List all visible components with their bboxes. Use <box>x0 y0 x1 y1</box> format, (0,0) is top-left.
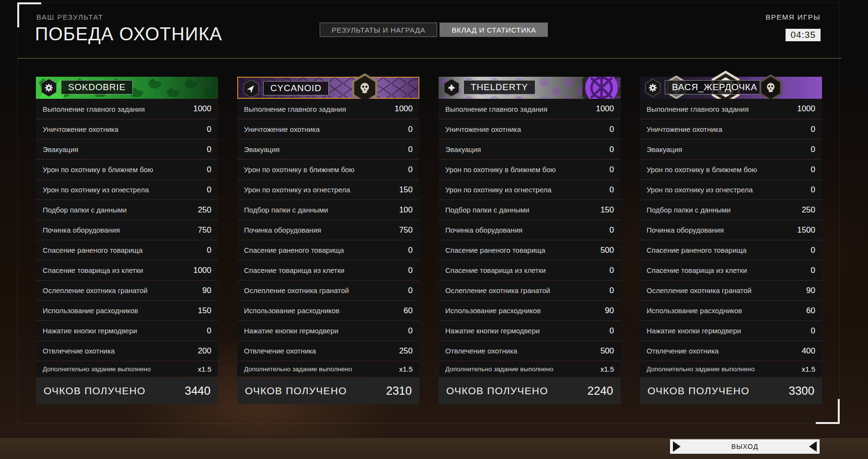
stat-label: Подбор папки с данными <box>647 206 731 214</box>
stat-label: Спасение раненого товарища <box>647 246 747 254</box>
stat-row: Спасение раненого товарища 0 <box>237 240 419 260</box>
stat-row: Уничтожение охотника 0 <box>640 119 822 139</box>
stat-row: Уничтожение охотника 0 <box>237 119 419 139</box>
stat-row: Урон по охотнику из огнестрела 0 <box>640 179 822 200</box>
stat-row: Ослепление охотника гранатой 90 <box>640 280 822 300</box>
stat-row: Отвлечение охотника 250 <box>237 341 419 361</box>
player-card: THELDERTY Выполнение главного задания 10… <box>439 77 621 404</box>
stat-value: 400 <box>802 346 815 356</box>
stat-value: 0 <box>408 125 413 134</box>
stat-value: 0 <box>408 286 413 295</box>
stat-row: Уничтожение охотника 0 <box>439 119 621 139</box>
stat-value: 0 <box>610 286 614 295</box>
cursor-icon <box>243 80 259 98</box>
stat-row: Эвакуация 0 <box>237 139 419 159</box>
stat-label: Нажатие кнопки гермодвери <box>244 327 338 335</box>
tab-bar: РЕЗУЛЬТАТЫ И НАГРАДА ВКЛАД И СТАТИСТИКА <box>320 23 548 37</box>
stat-value: 1000 <box>193 266 211 275</box>
gear-icon <box>645 79 661 97</box>
stat-value: 60 <box>806 306 815 316</box>
stat-label: Выполнение главного задания <box>647 105 749 113</box>
total-label: ОЧКОВ ПОЛУЧЕНО <box>446 385 548 397</box>
stat-row: Отвлечение охотника 500 <box>439 341 621 361</box>
stat-row: Ослепление охотника гранатой 0 <box>439 280 621 300</box>
stat-label: Эвакуация <box>244 145 279 153</box>
stat-label: Урон по охотнику из огнестрела <box>43 186 149 194</box>
player-banner[interactable]: CYCANOID <box>237 77 419 99</box>
stat-value: 250 <box>198 205 211 215</box>
stat-value: x1.5 <box>802 365 815 373</box>
result-subtitle: ВАШ РЕЗУЛЬТАТ <box>36 13 103 21</box>
stat-value: 0 <box>207 326 211 336</box>
stat-row: Использование расходников 60 <box>640 300 822 320</box>
stat-value: 0 <box>610 266 614 275</box>
stat-label: Подбор папки с данными <box>43 206 127 214</box>
card-total-row: ОЧКОВ ПОЛУЧЕНО 3300 <box>640 377 822 404</box>
card-total-row: ОЧКОВ ПОЛУЧЕНО 2240 <box>439 377 621 404</box>
stat-row: Нажатие кнопки гермодвери 0 <box>36 320 218 341</box>
tab-contribution-and-stats[interactable]: ВКЛАД И СТАТИСТИКА <box>440 23 548 37</box>
stat-value: 500 <box>601 346 614 356</box>
stat-label: Спасение раненого товарища <box>43 246 143 254</box>
stat-value: 750 <box>198 225 211 235</box>
stat-label: Подбор папки с данными <box>445 206 530 214</box>
stat-row: Починка оборудования 750 <box>36 220 218 240</box>
stat-value: 0 <box>811 326 815 336</box>
stat-label: Ослепление охотника гранатой <box>647 286 752 294</box>
stat-label: Выполнение главного задания <box>445 105 547 113</box>
stat-label: Спасение товарища из клетки <box>43 266 143 274</box>
stat-value: x1.5 <box>601 365 614 373</box>
total-label: ОЧКОВ ПОЛУЧЕНО <box>648 385 750 397</box>
stat-label: Починка оборудования <box>445 226 522 234</box>
stat-label: Починка оборудования <box>647 226 724 234</box>
player-card: ВАСЯ_ЖЕРДОЧКА Выполнение главного задани… <box>640 77 822 404</box>
stat-value: 100 <box>399 205 413 215</box>
stat-rows: Выполнение главного задания 1000 Уничтож… <box>237 99 419 377</box>
stat-value: 60 <box>404 306 413 316</box>
stat-value: 1000 <box>193 104 211 114</box>
stat-row: Урон по охотнику в ближнем бою 0 <box>439 159 621 179</box>
stat-label: Использование расходников <box>43 306 138 315</box>
stat-label: Урон по охотнику из огнестрела <box>445 186 552 194</box>
exit-button[interactable]: ВЫХОД <box>670 439 820 454</box>
stat-label: Спасение раненого товарища <box>244 246 344 254</box>
stat-row: Выполнение главного задания 1000 <box>439 99 621 119</box>
stat-label: Нажатие кнопки гермодвери <box>445 327 540 335</box>
player-banner[interactable]: THELDERTY <box>439 77 621 99</box>
stat-row: Подбор папки с данными 150 <box>439 200 621 220</box>
stat-value: x1.5 <box>198 365 211 373</box>
stat-value: 0 <box>610 185 614 195</box>
stat-value: 0 <box>207 185 211 195</box>
stat-value: 90 <box>806 286 815 295</box>
stat-label: Выполнение главного задания <box>43 105 145 113</box>
player-banner[interactable]: ВАСЯ_ЖЕРДОЧКА <box>640 77 822 99</box>
stat-row: Подбор папки с данными 250 <box>640 200 822 220</box>
stat-label: Отвлечение охотника <box>445 347 517 355</box>
stat-value: 0 <box>207 125 211 134</box>
stat-value: 0 <box>408 165 413 175</box>
stat-label: Ослепление охотника гранатой <box>244 286 349 294</box>
stat-row: Использование расходников 90 <box>439 300 621 320</box>
stat-row: Выполнение главного задания 1000 <box>36 99 218 119</box>
stat-value: 0 <box>408 326 413 336</box>
bonus-multiplier-row: Дополнительно задание выполнено x1.5 <box>640 361 822 377</box>
stat-label: Урон по охотнику в ближнем бою <box>43 165 153 174</box>
stat-value: 500 <box>601 246 614 255</box>
stat-label: Эвакуация <box>43 145 78 153</box>
stat-value: x1.5 <box>399 365 413 373</box>
stat-row: Выполнение главного задания 1000 <box>237 99 419 119</box>
stat-value: 250 <box>399 346 413 356</box>
plus-icon <box>443 79 460 97</box>
stat-label: Уничтожение охотника <box>244 125 320 133</box>
card-total-row: ОЧКОВ ПОЛУЧЕНО 3440 <box>36 377 218 404</box>
stat-row: Нажатие кнопки гермодвери 0 <box>237 320 419 341</box>
stat-label: Использование расходников <box>244 306 339 315</box>
stat-row: Спасение раненого товарища 0 <box>640 240 822 260</box>
gear-icon <box>41 79 57 97</box>
stat-value: 0 <box>610 225 614 235</box>
tab-results-and-reward[interactable]: РЕЗУЛЬТАТЫ И НАГРАДА <box>320 23 437 37</box>
stat-value: 150 <box>198 306 211 316</box>
exit-arrow-left-icon <box>673 441 681 452</box>
player-banner[interactable]: SOKDOBRIE <box>36 77 218 99</box>
total-value: 3300 <box>789 384 814 398</box>
